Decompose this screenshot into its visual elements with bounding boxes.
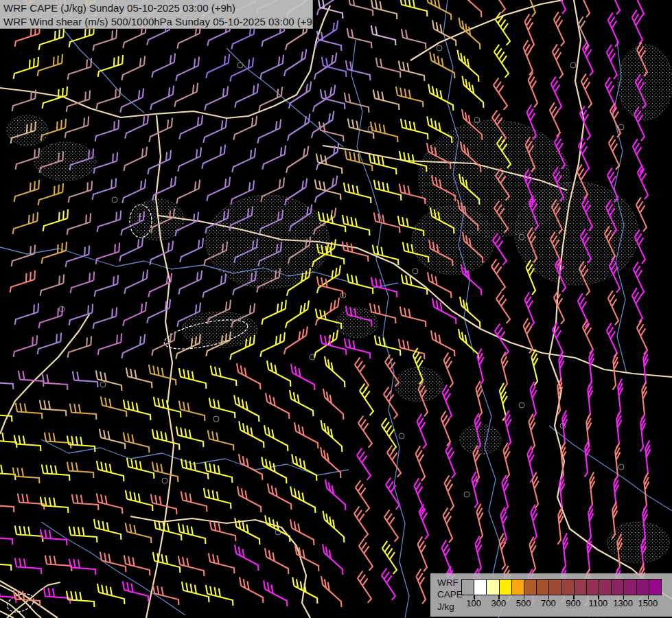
wind-barb [374, 213, 400, 233]
wind-barb [343, 215, 370, 236]
wind-barb [39, 28, 64, 50]
wind-barb [286, 146, 308, 173]
country-border [549, 357, 672, 599]
wind-barb [505, 411, 511, 447]
wind-barb [531, 505, 537, 541]
wind-barb [579, 0, 590, 17]
wind-barb [176, 426, 204, 447]
wind-barb [495, 324, 509, 356]
wind-barb [69, 527, 97, 543]
wind-barb [323, 389, 343, 420]
wind-barb [588, 505, 594, 542]
wind-barb [638, 165, 648, 199]
cape-scale-cell [611, 580, 623, 595]
wind-barb [202, 274, 226, 298]
wind-barb [321, 447, 340, 478]
cape-scale-cell [474, 580, 486, 595]
wind-barb [358, 416, 372, 448]
legend-tick-label: 300 [491, 598, 507, 608]
river [41, 522, 185, 615]
wind-barb [418, 537, 428, 572]
cape-scale-cell [499, 580, 511, 595]
wind-barb [463, 76, 484, 108]
wind-barb [476, 381, 483, 417]
wind-barb [126, 490, 153, 511]
wind-barb [585, 440, 590, 477]
wind-barb [555, 0, 566, 14]
wind-barb [123, 582, 149, 602]
wind-barb [98, 55, 123, 77]
wind-barb [67, 91, 91, 112]
wind-barb [40, 400, 67, 416]
wind-barb [127, 458, 154, 479]
town-marker [112, 197, 117, 203]
wind-barb [267, 360, 290, 387]
wind-barb [430, 52, 454, 78]
wind-barb [265, 515, 290, 542]
wrf-model-map-screen: WRF CAPE (J/kg) Sunday 05-10-2025 03:00 … [0, 0, 672, 618]
wind-barb [72, 494, 99, 510]
wind-barb [494, 78, 507, 110]
wind-barb [101, 397, 127, 417]
cape-scale-cell [636, 580, 649, 595]
legend-tick-label: 500 [516, 598, 531, 608]
cape-scale-cell [586, 580, 599, 595]
wind-barb [262, 146, 286, 170]
wind-barb [45, 433, 71, 448]
country-border [0, 314, 89, 434]
wind-barb [265, 548, 288, 574]
wind-barb [445, 476, 454, 511]
wind-barb [70, 404, 97, 420]
wind-barb [14, 57, 38, 79]
wind-barb [0, 496, 14, 512]
wind-barb [67, 462, 94, 478]
wind-barb [100, 429, 126, 450]
wind-barb [124, 433, 150, 453]
wind-barb [472, 472, 478, 508]
wind-barb [371, 25, 396, 45]
wind-barb [401, 119, 428, 139]
urban-area-stipple [34, 142, 96, 181]
wind-barb [67, 214, 91, 235]
wind-barb [475, 536, 482, 573]
cape-color-scale [461, 579, 662, 595]
wind-barb [400, 307, 426, 328]
wind-barb [15, 526, 43, 542]
wind-barb [181, 459, 209, 479]
wind-barb [499, 534, 506, 570]
wind-barb [268, 483, 291, 510]
wind-barb [322, 57, 347, 77]
cape-scale-cell [486, 580, 498, 595]
wind-barb [121, 56, 145, 80]
wind-barb [290, 486, 315, 513]
wind-barb [618, 379, 623, 416]
wind-barb [176, 180, 200, 204]
wind-barb [97, 584, 125, 604]
wind-barb [346, 60, 371, 80]
wind-barb [0, 374, 13, 389]
town-marker [162, 478, 167, 483]
wind-barb [558, 507, 564, 545]
wind-barb [232, 148, 255, 172]
wind-barb [476, 504, 483, 540]
wind-barb [260, 55, 283, 79]
wind-barb [257, 119, 281, 144]
wind-barb [349, 0, 373, 16]
wind-barb [93, 308, 117, 329]
wind-barb [14, 336, 38, 357]
wind-barb [264, 580, 287, 606]
wind-barb [38, 54, 62, 76]
river [549, 426, 672, 511]
wind-barb [291, 364, 314, 390]
cape-scale-cell [649, 580, 661, 595]
wind-barb [325, 356, 345, 387]
wind-barb [496, 292, 510, 323]
legend-tick-label: 1300 [613, 598, 633, 608]
wind-barb [0, 555, 11, 571]
wind-barb [150, 86, 174, 110]
wind-barb [68, 336, 92, 358]
wind-barb [235, 84, 258, 108]
cape-scale-cell [574, 580, 586, 595]
wind-barb [97, 494, 123, 514]
river-layer [0, 0, 672, 618]
